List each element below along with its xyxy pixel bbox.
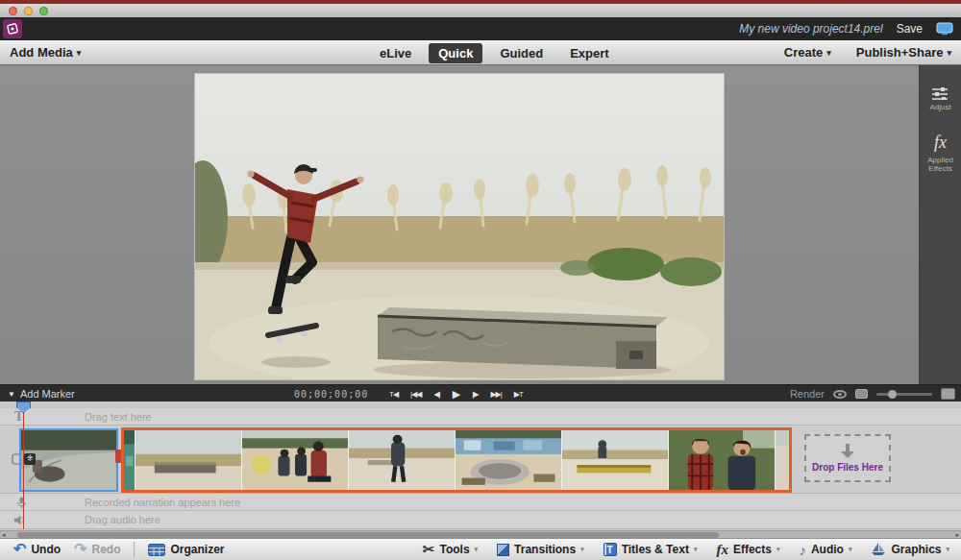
monitor-side-panel: Adjust fx Applied Effects [919, 65, 961, 384]
quick-timeline: Drag text here Recorded narration appear… [0, 402, 961, 538]
timeline-scrollbar[interactable]: ◂ ▸ [0, 530, 961, 538]
playhead-line [23, 412, 24, 529]
adjust-button[interactable]: Adjust [929, 86, 950, 111]
chevron-down-icon: ▾ [947, 48, 951, 58]
audio-track-placeholder: Drag audio here [85, 514, 160, 525]
chevron-down-icon: ▾ [826, 48, 831, 58]
tab-expert[interactable]: Expert [560, 43, 618, 63]
premiere-elements-logo-icon [3, 19, 22, 38]
action-bar: ↶ Undo ↷ Redo Organizer ✂ Tools ▾ Transi… [0, 538, 961, 560]
chevron-down-icon: ▾ [849, 546, 852, 553]
tab-elive[interactable]: eLive [370, 43, 421, 63]
transitions-button[interactable]: Transitions ▾ [497, 543, 584, 556]
clip-group-orange[interactable] [121, 427, 792, 493]
clip-thumb-people-sitting[interactable] [242, 430, 349, 490]
sliders-icon [931, 86, 949, 100]
quality-toggle-icon[interactable] [833, 390, 847, 399]
tools-button[interactable]: ✂ Tools ▾ [423, 541, 478, 558]
step-forward-button[interactable]: |▶ [472, 390, 478, 399]
add-media-menu[interactable]: Add Media ▾ [10, 45, 81, 60]
effects-label: Effects [733, 543, 772, 556]
close-window-button[interactable] [9, 7, 17, 15]
create-label: Create [784, 45, 823, 60]
clip-1-selected[interactable]: ⁜ [19, 428, 118, 492]
transition-icon [497, 544, 509, 556]
step-back-button[interactable]: ◀| [433, 390, 439, 399]
create-menu[interactable]: Create ▾ [784, 45, 831, 60]
save-button[interactable]: Save [897, 22, 923, 36]
project-title: My new video project14.prel [739, 22, 882, 36]
graphics-label: Graphics [891, 543, 941, 556]
marker-triangle-icon: ▼ [8, 390, 15, 399]
premiere-elements-window: My new video project14.prel Save Add Med… [0, 0, 961, 560]
tab-quick[interactable]: Quick [429, 43, 482, 63]
timecode-display[interactable]: 00;00;00;00 [294, 385, 368, 402]
zoom-slider[interactable] [876, 393, 932, 396]
publish-share-label: Publish+Share [856, 45, 944, 60]
title-track[interactable]: Drag text here [0, 408, 961, 426]
drop-files-label: Drop Files Here [812, 462, 883, 473]
tools-label: Tools [439, 543, 469, 556]
titles-icon: T [604, 543, 617, 556]
play-button[interactable]: ▶ [453, 388, 459, 401]
clip-fragment-end[interactable] [776, 430, 789, 490]
zoom-slider-knob[interactable] [888, 390, 897, 399]
redo-label: Redo [91, 543, 120, 556]
audio-label: Audio [811, 543, 844, 556]
audio-button[interactable]: ♪ Audio ▾ [799, 542, 851, 558]
go-to-start-button[interactable]: |◀◀ [410, 390, 421, 399]
sailboat-icon [871, 543, 886, 556]
chevron-down-icon: ▾ [946, 546, 949, 553]
fullscreen-button[interactable] [941, 388, 955, 400]
minimize-window-button[interactable] [24, 7, 33, 15]
clip-thumb-yellow-ledge[interactable] [562, 430, 669, 490]
publish-share-menu[interactable]: Publish+Share ▾ [856, 45, 951, 60]
previous-marker-button[interactable]: T◀ [389, 390, 398, 399]
undo-button[interactable]: ↶ Undo [13, 543, 61, 556]
transport-bar: ▼ Add Marker 00;00;00;00 T◀ |◀◀ ◀| ▶ |▶ … [0, 384, 961, 402]
video-preview[interactable] [195, 74, 724, 379]
clip-thumb-ledge-wide[interactable] [136, 430, 242, 490]
tools-icon: ✂ [423, 541, 435, 558]
clip-thumb-walking-skater[interactable] [349, 430, 456, 490]
add-marker-button[interactable]: ▼ Add Marker [8, 385, 75, 402]
video-frame-skateboarder [195, 74, 724, 379]
drop-files-target[interactable]: Drop Files Here [804, 434, 891, 482]
clip-thumb-two-friends[interactable] [669, 430, 776, 490]
chevron-down-icon: ▾ [77, 48, 82, 58]
applied-effects-button[interactable]: fx Applied Effects [927, 133, 953, 173]
menu-bar: Add Media ▾ eLive Quick Guided Expert Cr… [0, 40, 961, 65]
next-marker-button[interactable]: ▶T [514, 390, 523, 399]
clip-effect-badge-icon[interactable]: ⁜ [24, 453, 36, 465]
undo-icon: ↶ [13, 543, 26, 556]
narration-track[interactable]: Recorded narration appears here [0, 494, 961, 511]
toolbar-divider [134, 542, 135, 557]
mode-tabs: eLive Quick Guided Expert [370, 40, 619, 65]
titles-text-label: Titles & Text [622, 543, 689, 556]
arrow-down-icon [841, 444, 854, 459]
playback-controls: T◀ |◀◀ ◀| ▶ |▶ ▶▶| ▶T [389, 385, 523, 402]
redo-button[interactable]: ↷ Redo [74, 543, 120, 556]
mini-monitor-icon[interactable] [855, 389, 868, 399]
go-to-end-button[interactable]: ▶▶| [490, 390, 501, 399]
undo-label: Undo [31, 543, 61, 556]
add-marker-label: Add Marker [20, 388, 75, 400]
clip-thumb-graffiti-bowl[interactable] [456, 430, 562, 490]
audio-track[interactable]: Drag audio here [0, 511, 961, 529]
add-media-label: Add Media [10, 45, 73, 60]
clip-fragment[interactable] [124, 430, 136, 490]
transition-handle[interactable] [115, 450, 121, 463]
organizer-button[interactable]: Organizer [148, 543, 224, 556]
zoom-window-button[interactable] [39, 7, 48, 15]
organizer-grid-icon [148, 544, 165, 556]
monitor-icon[interactable] [936, 22, 953, 36]
effects-button[interactable]: fx Effects ▾ [716, 542, 779, 558]
chevron-down-icon: ▾ [580, 546, 584, 553]
tab-guided[interactable]: Guided [490, 43, 553, 63]
render-button[interactable]: Render [790, 388, 825, 400]
applied-effects-label: Applied Effects [927, 156, 953, 173]
graphics-button[interactable]: Graphics ▾ [871, 543, 949, 556]
titles-text-button[interactable]: T Titles & Text ▾ [604, 543, 698, 556]
mac-titlebar [0, 4, 961, 17]
transitions-label: Transitions [514, 543, 576, 556]
